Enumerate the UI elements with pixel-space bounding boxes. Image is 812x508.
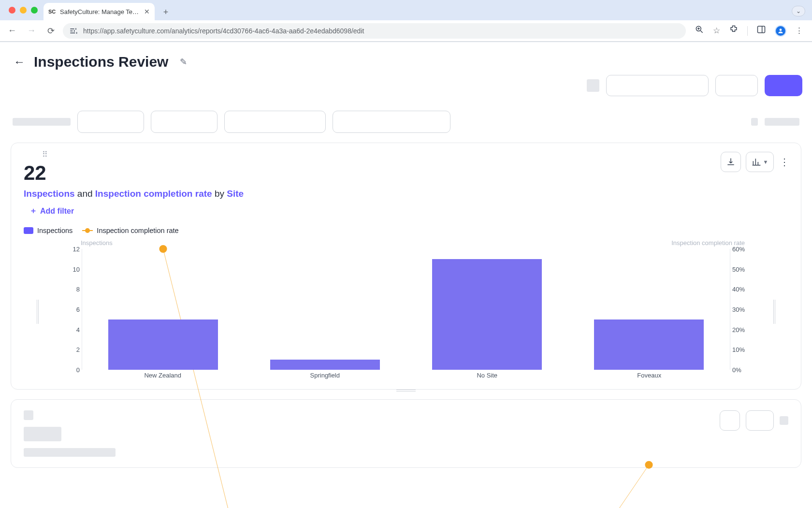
y-right-tick: 10%: [732, 346, 756, 353]
x-tick-label: Foveaux: [637, 372, 661, 379]
skeleton-placeholder: [24, 410, 33, 420]
legend-item-line[interactable]: Inspection completion rate: [82, 227, 178, 234]
drag-handle-icon[interactable]: ⠿: [42, 153, 49, 157]
metric-description: Inspections and Inspection completion ra…: [24, 189, 788, 199]
bar-chart-icon: [752, 157, 761, 167]
filter-pill[interactable]: [77, 111, 144, 133]
skeleton-placeholder: [751, 118, 758, 126]
add-filter-label: Add filter: [40, 207, 74, 216]
url-text: https://app.safetyculture.com/analytics/…: [83, 27, 680, 35]
address-bar[interactable]: https://app.safetyculture.com/analytics/…: [63, 23, 686, 39]
chart-plot: [82, 249, 730, 370]
tab-overflow-button[interactable]: ⌄: [792, 6, 805, 16]
zoom-icon[interactable]: [695, 25, 704, 37]
y-right-tick: 30%: [732, 306, 756, 313]
edit-title-icon[interactable]: ✎: [180, 57, 187, 67]
skeleton-placeholder: [587, 79, 599, 92]
y-left-tick: 6: [56, 306, 80, 313]
filter-pill[interactable]: [151, 111, 218, 133]
legend-item-bar[interactable]: Inspections: [24, 227, 72, 234]
metric-link-inspections[interactable]: Inspections: [24, 189, 75, 199]
filter-pill[interactable]: [333, 111, 450, 133]
back-button[interactable]: ←: [5, 24, 19, 38]
download-icon: [726, 157, 736, 167]
profile-avatar[interactable]: [775, 25, 786, 37]
chart-bar[interactable]: [594, 319, 704, 370]
maximize-window-button[interactable]: [31, 7, 38, 14]
plus-icon: ＋: [29, 206, 37, 216]
card-menu-button[interactable]: ⋮: [779, 156, 790, 168]
y-right-tick: 40%: [732, 286, 756, 293]
line-point[interactable]: [645, 461, 652, 469]
y-right-tick: 0%: [732, 366, 756, 374]
back-arrow-icon[interactable]: ←: [14, 55, 25, 69]
skeleton-placeholder: [24, 427, 61, 441]
y-right-tick: 50%: [732, 265, 756, 273]
y-left-tick: 12: [56, 246, 80, 253]
chart-area: Inspections Inspection completion rate 0…: [24, 239, 788, 384]
y-left-tick: 2: [56, 346, 80, 353]
legend-swatch-line: [82, 230, 93, 231]
chart-bar[interactable]: [108, 319, 218, 370]
metric-value: 22: [24, 161, 788, 185]
skeleton-placeholder: [13, 118, 71, 126]
legend-label: Inspection completion rate: [97, 227, 178, 234]
y-axis-left-labels: 024681012: [56, 249, 80, 370]
download-button[interactable]: [721, 152, 741, 172]
forward-button[interactable]: →: [24, 24, 39, 38]
resize-handle-bottom[interactable]: [396, 389, 416, 392]
resize-grip-left[interactable]: [36, 300, 39, 324]
side-panel-icon[interactable]: [756, 25, 766, 37]
site-info-icon[interactable]: [69, 26, 78, 36]
action-button-outline-1[interactable]: [606, 75, 709, 96]
y-left-tick: 0: [56, 366, 80, 374]
reload-button[interactable]: ⟳: [44, 24, 58, 38]
skeleton-placeholder: [780, 416, 788, 425]
action-button-outline-2[interactable]: [715, 75, 758, 96]
y-axis-left-title: Inspections: [81, 239, 113, 247]
window-controls[interactable]: [9, 7, 38, 14]
metric-link-completion-rate[interactable]: Inspection completion rate: [95, 189, 212, 199]
x-tick-label: No Site: [477, 372, 497, 379]
y-left-tick: 4: [56, 326, 80, 333]
browser-tab[interactable]: SC SafetyCulture: Manage Teams and... ✕: [44, 3, 155, 20]
x-tick-label: New Zealand: [144, 372, 181, 379]
page-title: Inspections Review: [34, 54, 168, 70]
separator: [747, 26, 748, 36]
tab-title: SafetyCulture: Manage Teams and...: [60, 8, 140, 15]
chart-legend: Inspections Inspection completion rate: [24, 227, 788, 234]
y-left-tick: 10: [56, 265, 80, 273]
svg-rect-1: [758, 26, 765, 32]
legend-swatch-bar: [24, 227, 33, 234]
bookmark-star-icon[interactable]: ☆: [713, 26, 720, 36]
chart-type-dropdown[interactable]: [746, 410, 774, 431]
primary-action-button[interactable]: [765, 75, 802, 96]
line-point[interactable]: [159, 245, 167, 253]
chrome-menu-icon[interactable]: ⋮: [795, 26, 803, 36]
tab-favicon: SC: [48, 8, 56, 15]
svg-point-2: [780, 29, 782, 31]
chart-type-dropdown[interactable]: ▼: [746, 152, 774, 172]
minimize-window-button[interactable]: [20, 7, 27, 14]
browser-chrome: SC SafetyCulture: Manage Teams and... ✕ …: [0, 0, 812, 42]
x-tick-label: Springfield: [310, 372, 340, 379]
filter-pill[interactable]: [224, 111, 326, 133]
y-left-tick: 8: [56, 286, 80, 293]
legend-label: Inspections: [37, 227, 72, 234]
metric-link-site[interactable]: Site: [227, 189, 244, 199]
tune-icon: [69, 26, 78, 36]
y-right-tick: 60%: [732, 246, 756, 253]
y-axis-right-labels: 0%10%20%30%40%50%60%: [732, 249, 756, 370]
close-window-button[interactable]: [9, 7, 15, 14]
x-axis-labels: New ZealandSpringfieldNo SiteFoveaux: [82, 372, 730, 381]
skeleton-placeholder: [765, 118, 799, 126]
chart-card: ⠿ ▼ ⋮ 22 Inspections and Inspection comp…: [11, 143, 801, 390]
chart-bar[interactable]: [270, 360, 380, 370]
chart-bar[interactable]: [432, 259, 542, 370]
resize-grip-right[interactable]: [773, 300, 776, 324]
y-right-tick: 20%: [732, 326, 756, 333]
close-tab-icon[interactable]: ✕: [144, 8, 150, 15]
add-filter-button[interactable]: ＋ Add filter: [24, 206, 788, 216]
new-tab-button[interactable]: +: [159, 5, 173, 19]
extensions-icon[interactable]: [729, 25, 739, 37]
